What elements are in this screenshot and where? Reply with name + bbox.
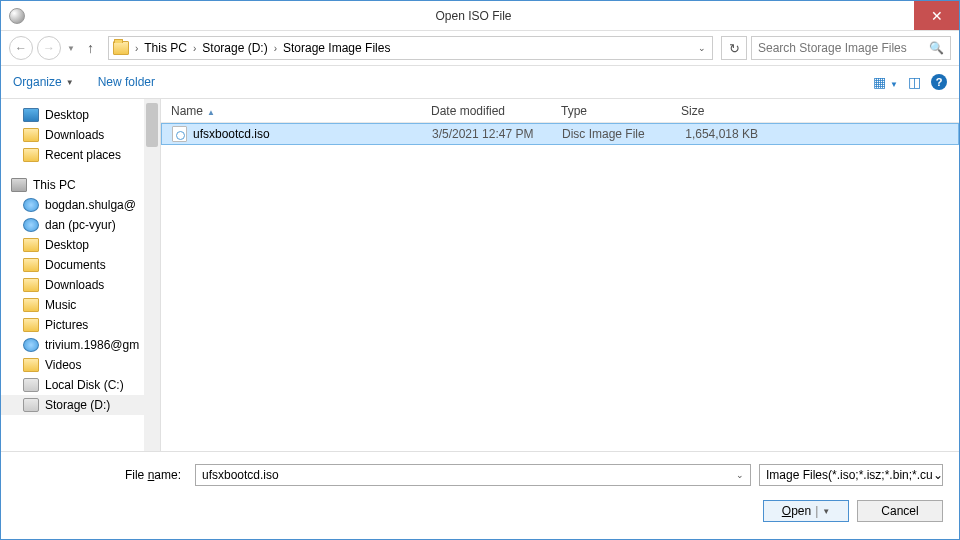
help-icon[interactable]: ?	[931, 74, 947, 90]
filename-value: ufsxbootcd.iso	[202, 468, 279, 482]
file-list: Name▲ Date modified Type Size ufsxbootcd…	[161, 99, 959, 451]
tree-item-label: Desktop	[45, 108, 89, 122]
tree-item[interactable]: dan (pc-vyur)	[1, 215, 160, 235]
drive-icon	[23, 398, 39, 412]
tree-item[interactable]: Local Disk (C:)	[1, 375, 160, 395]
list-rows[interactable]: ufsxbootcd.iso3/5/2021 12:47 PMDisc Imag…	[161, 123, 959, 451]
tree-item-label: Downloads	[45, 278, 104, 292]
footer: File name: ufsxbootcd.iso ⌄ Image Files(…	[1, 451, 959, 534]
tree-item-label: Recent places	[45, 148, 121, 162]
col-size[interactable]: Size	[671, 104, 781, 118]
search-input[interactable]: Search Storage Image Files 🔍	[751, 36, 951, 60]
tree-item[interactable]: Documents	[1, 255, 160, 275]
col-name[interactable]: Name▲	[161, 104, 421, 118]
window-title: Open ISO File	[33, 9, 914, 23]
tree-item-label: Desktop	[45, 238, 89, 252]
chevron-right-icon[interactable]: ›	[133, 43, 140, 54]
tree-item[interactable]: This PC	[1, 175, 160, 195]
window-controls: ✕	[914, 1, 959, 30]
tree-item[interactable]: Videos	[1, 355, 160, 375]
col-date[interactable]: Date modified	[421, 104, 551, 118]
file-name: ufsxbootcd.iso	[193, 127, 270, 141]
col-type[interactable]: Type	[551, 104, 671, 118]
filter-dropdown[interactable]: ⌄	[933, 468, 943, 482]
tree-item-label: This PC	[33, 178, 76, 192]
chevron-right-icon[interactable]: ›	[191, 43, 198, 54]
search-icon: 🔍	[929, 41, 944, 55]
tree-scrollbar[interactable]	[144, 99, 160, 451]
organize-menu[interactable]: Organize ▼	[13, 75, 74, 89]
view-details-icon[interactable]: ▦ ▼	[873, 74, 898, 90]
net-icon	[23, 218, 39, 232]
refresh-button[interactable]: ↻	[721, 36, 747, 60]
scrollbar-thumb[interactable]	[146, 103, 158, 147]
file-type: Disc Image File	[552, 127, 672, 141]
folder-icon	[23, 358, 39, 372]
folder-icon	[23, 278, 39, 292]
sort-asc-icon: ▲	[203, 108, 215, 117]
file-date: 3/5/2021 12:47 PM	[422, 127, 552, 141]
tree-item[interactable]: Pictures	[1, 315, 160, 335]
tree-item-label: Videos	[45, 358, 81, 372]
app-icon	[9, 8, 25, 24]
tree-item[interactable]: Recent places	[1, 145, 160, 165]
tree-item-label: Music	[45, 298, 76, 312]
breadcrumb-seg[interactable]: This PC	[144, 41, 187, 55]
tree-item-label: trivium.1986@gm	[45, 338, 139, 352]
tree-item[interactable]: bogdan.shulga@	[1, 195, 160, 215]
search-placeholder: Search Storage Image Files	[758, 41, 929, 55]
pc-icon	[11, 178, 27, 192]
open-button[interactable]: Open |▼	[763, 500, 849, 522]
tree-item-label: Documents	[45, 258, 106, 272]
tree-item-label: dan (pc-vyur)	[45, 218, 116, 232]
folder-icon	[23, 128, 39, 142]
breadcrumb-seg[interactable]: Storage Image Files	[283, 41, 390, 55]
folder-icon	[23, 258, 39, 272]
cancel-button[interactable]: Cancel	[857, 500, 943, 522]
filename-dropdown[interactable]: ⌄	[736, 470, 744, 480]
breadcrumb-seg[interactable]: Storage (D:)	[202, 41, 267, 55]
tree-item[interactable]: Music	[1, 295, 160, 315]
folder-icon	[23, 148, 39, 162]
new-folder-button[interactable]: New folder	[98, 75, 155, 89]
tree-item[interactable]: Storage (D:)	[1, 395, 160, 415]
net-icon	[23, 198, 39, 212]
tree-item-label: Pictures	[45, 318, 88, 332]
title-bar: Open ISO File ✕	[1, 1, 959, 31]
tree-item-label: Local Disk (C:)	[45, 378, 124, 392]
chevron-right-icon[interactable]: ›	[272, 43, 279, 54]
toolbar: Organize ▼ New folder ▦ ▼ ◫ ?	[1, 65, 959, 99]
forward-button[interactable]: →	[37, 36, 61, 60]
net-icon	[23, 338, 39, 352]
tree-item[interactable]: Downloads	[1, 125, 160, 145]
iso-file-icon	[172, 126, 187, 142]
folder-icon	[113, 41, 129, 55]
list-header: Name▲ Date modified Type Size	[161, 99, 959, 123]
tree-item[interactable]: Downloads	[1, 275, 160, 295]
tree-item[interactable]: Desktop	[1, 235, 160, 255]
filename-label: File name:	[17, 468, 187, 482]
filter-text: Image Files(*.iso;*.isz;*.bin;*.cu	[766, 468, 933, 482]
tree-item-label: Downloads	[45, 128, 104, 142]
preview-pane-icon[interactable]: ◫	[908, 74, 921, 90]
nav-bar: ← → ▼ ↑ › This PC › Storage (D:) › Stora…	[1, 31, 959, 65]
folder-icon	[23, 318, 39, 332]
up-button[interactable]: ↑	[81, 40, 100, 56]
filetype-filter[interactable]: Image Files(*.iso;*.isz;*.bin;*.cu ⌄	[759, 464, 943, 486]
nav-tree[interactable]: DesktopDownloadsRecent placesThis PCbogd…	[1, 99, 161, 451]
tree-item-label: bogdan.shulga@	[45, 198, 136, 212]
back-button[interactable]: ←	[9, 36, 33, 60]
close-button[interactable]: ✕	[914, 1, 959, 30]
address-bar[interactable]: › This PC › Storage (D:) › Storage Image…	[108, 36, 713, 60]
monitor-icon	[23, 108, 39, 122]
tree-item[interactable]: trivium.1986@gm	[1, 335, 160, 355]
table-row[interactable]: ufsxbootcd.iso3/5/2021 12:47 PMDisc Imag…	[161, 123, 959, 145]
history-dropdown[interactable]: ▼	[65, 44, 77, 53]
drive-icon	[23, 378, 39, 392]
tree-item[interactable]: Desktop	[1, 105, 160, 125]
tree-item-label: Storage (D:)	[45, 398, 110, 412]
file-size: 1,654,018 KB	[672, 127, 782, 141]
folder-icon	[23, 238, 39, 252]
filename-input[interactable]: ufsxbootcd.iso ⌄	[195, 464, 751, 486]
address-dropdown[interactable]: ⌄	[698, 43, 708, 53]
